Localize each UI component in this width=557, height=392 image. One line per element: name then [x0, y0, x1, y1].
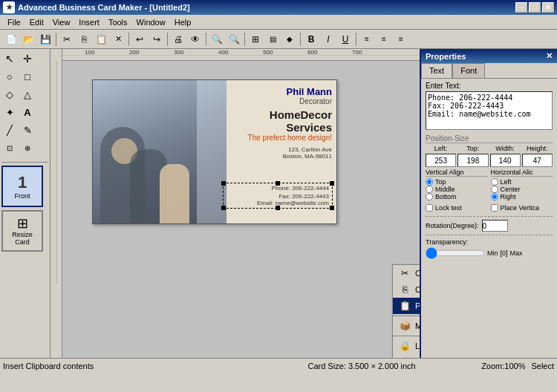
menu-help[interactable]: Help	[170, 16, 196, 28]
radio-center[interactable]: Center	[491, 186, 553, 193]
text-input[interactable]: Phone: 206-222-4444 Fax: 206-222-4443 Em…	[426, 91, 553, 130]
tab-text[interactable]: Text	[421, 63, 452, 78]
delete-button[interactable]: ✕	[110, 31, 126, 48]
redo-button[interactable]: ↪	[149, 31, 165, 48]
menu-insert[interactable]: Insert	[74, 16, 104, 28]
radio-middle-input[interactable]	[426, 186, 433, 193]
new-button[interactable]: 📄	[3, 31, 19, 48]
transparency-slider[interactable]	[426, 247, 485, 259]
paste-button[interactable]: 📋	[93, 31, 109, 48]
radio-left-input[interactable]	[491, 178, 498, 186]
object-resize-label: ResizeCard	[12, 232, 33, 246]
sep2	[128, 33, 129, 46]
status-bar: Insert Clipboard contents Card Size: 3.5…	[0, 358, 557, 373]
zoom-out-button[interactable]: 🔍	[226, 31, 242, 48]
enter-text-label: Enter Text:	[426, 82, 553, 90]
radio-top-label: Top	[435, 178, 446, 186]
card-address2: Boston, MA-98011	[224, 153, 332, 160]
menu-window[interactable]: Window	[132, 16, 170, 28]
vertical-align-group: Vertical Align Top Middle Bottom	[426, 169, 488, 200]
window-controls[interactable]: ─ □ ✕	[515, 2, 554, 13]
ctx-copy[interactable]: ⎘ Copy Ctrl+C	[393, 281, 420, 298]
cut-button[interactable]: ✂	[59, 31, 75, 48]
star-tool[interactable]: ✦	[1, 104, 18, 120]
diamond-tool[interactable]: ◇	[1, 86, 18, 102]
crop-tool[interactable]: ⊡	[1, 140, 18, 156]
menu-view[interactable]: View	[48, 16, 75, 28]
ctx-paste[interactable]: 📋 Paste Ctrl+V	[393, 298, 420, 314]
undo-button[interactable]: ↩	[131, 31, 148, 48]
rect-tool[interactable]: □	[19, 68, 36, 85]
radio-top[interactable]: Top	[426, 178, 488, 186]
radio-left[interactable]: Left	[491, 178, 553, 186]
text-tool[interactable]: A	[19, 104, 36, 120]
shape-button[interactable]: ◆	[281, 31, 298, 48]
properties-title-text: Properties	[426, 52, 466, 61]
maximize-button[interactable]: □	[529, 2, 541, 13]
place-vertical-checkbox[interactable]	[491, 204, 498, 212]
radio-top-input[interactable]	[426, 178, 433, 186]
open-button[interactable]: 📂	[20, 31, 36, 48]
menu-file[interactable]: File	[3, 16, 25, 28]
ctx-lock-label: Lock	[415, 342, 420, 350]
radio-center-input[interactable]	[491, 186, 498, 193]
move-tool[interactable]: ✛	[19, 50, 36, 67]
top-input[interactable]	[457, 154, 488, 167]
sep7	[356, 33, 356, 46]
status-right: Zoom:100% Select	[481, 362, 554, 370]
minimize-button[interactable]: ─	[515, 2, 527, 13]
lock-text-row[interactable]: Lock text	[426, 204, 488, 212]
tab-font[interactable]: Font	[452, 63, 485, 78]
height-input[interactable]	[522, 154, 553, 167]
line-tool[interactable]: ╱	[1, 122, 18, 138]
rotation-input[interactable]	[482, 220, 508, 232]
properties-close-icon[interactable]: ✕	[546, 51, 553, 61]
menu-edit[interactable]: Edit	[25, 16, 48, 28]
radio-right-input[interactable]	[491, 193, 498, 200]
radio-middle[interactable]: Middle	[426, 186, 488, 193]
sep6	[300, 33, 301, 46]
table-button[interactable]: ▤	[264, 31, 281, 48]
bold-button[interactable]: B	[303, 31, 319, 48]
preview-button[interactable]: 👁	[187, 31, 203, 48]
radio-right[interactable]: Right	[491, 193, 553, 200]
align-center-button[interactable]: ≡	[376, 31, 392, 48]
left-input[interactable]	[426, 154, 456, 167]
triangle-tool[interactable]: △	[19, 86, 36, 102]
save-button[interactable]: 💾	[37, 31, 53, 48]
radio-bottom[interactable]: Bottom	[426, 193, 488, 200]
card-name: Phil Mann	[224, 86, 332, 97]
grid-button[interactable]: ⊞	[247, 31, 264, 48]
menu-tools[interactable]: Tools	[104, 16, 132, 28]
place-vertical-row[interactable]: Place Vertica	[491, 204, 553, 212]
select-tool[interactable]: ↖	[1, 50, 18, 67]
card-address1: 123, Carlton Ave	[224, 146, 332, 153]
align-right-button[interactable]: ≡	[393, 31, 409, 48]
ctx-unlock[interactable]: 🔓 Unlock	[393, 354, 420, 358]
copy-button[interactable]: ⎘	[76, 31, 92, 48]
radio-bottom-input[interactable]	[426, 193, 433, 200]
zoom-tool[interactable]: ⊕	[19, 140, 36, 156]
canvas-area[interactable]: 100 200 300 400 500 600 700	[51, 49, 420, 358]
ellipse-tool[interactable]: ○	[1, 68, 18, 85]
italic-button[interactable]: I	[320, 31, 336, 48]
print-button[interactable]: 🖨	[170, 31, 186, 48]
ctx-sep1	[393, 316, 420, 316]
pencil-tool[interactable]: ✎	[19, 122, 36, 138]
width-input[interactable]	[490, 154, 521, 167]
object-front[interactable]: 1 Front	[1, 166, 43, 207]
ctx-lock[interactable]: 🔒 Lock	[393, 338, 420, 354]
ctx-sep2	[393, 336, 420, 336]
radio-middle-label: Middle	[435, 186, 455, 193]
lock-text-checkbox[interactable]	[426, 204, 433, 212]
align-left-button[interactable]: ≡	[359, 31, 375, 48]
object-resize[interactable]: ⊞ ResizeCard	[1, 210, 43, 252]
ctx-moveto-label: Move To	[415, 321, 420, 330]
horizontal-align-label: Horizontal Alic	[491, 169, 553, 177]
close-button[interactable]: ✕	[542, 2, 554, 13]
underline-button[interactable]: U	[337, 31, 354, 48]
ctx-moveto[interactable]: 📦 Move To ▶	[393, 318, 420, 334]
context-menu: ✂ Cut Ctrl+X ⎘ Copy Ctrl+C 📋 Paste Ctrl+…	[392, 264, 420, 358]
ctx-cut[interactable]: ✂ Cut Ctrl+X	[393, 265, 420, 281]
zoom-in-button[interactable]: 🔍	[209, 31, 225, 48]
